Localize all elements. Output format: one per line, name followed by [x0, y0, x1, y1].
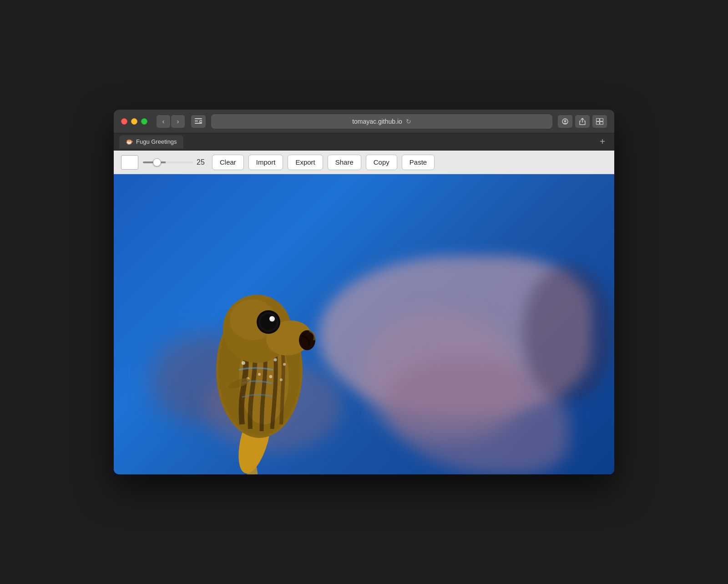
nav-buttons: ‹ ›	[157, 115, 185, 128]
fish-illustration	[168, 242, 341, 474]
svg-rect-5	[597, 118, 600, 121]
svg-point-25	[280, 378, 283, 381]
svg-point-32	[260, 314, 277, 330]
svg-rect-1	[195, 121, 198, 121]
color-swatch[interactable]	[121, 155, 138, 170]
brush-size-control: 25	[143, 158, 207, 166]
toolbar-right-buttons	[558, 115, 607, 128]
clear-button[interactable]: Clear	[212, 155, 244, 170]
svg-rect-3	[200, 121, 202, 122]
share-button[interactable]	[575, 115, 590, 128]
svg-rect-6	[600, 118, 603, 121]
export-button[interactable]: Export	[288, 155, 323, 170]
reload-button[interactable]: ↻	[406, 118, 411, 125]
maximize-button[interactable]	[141, 118, 147, 125]
brush-size-label: 25	[197, 158, 207, 166]
svg-point-34	[270, 317, 273, 319]
close-button[interactable]	[121, 118, 127, 125]
svg-point-24	[269, 375, 273, 378]
tab-bar: 🐡 Fugu Greetings +	[114, 133, 614, 151]
download-button[interactable]	[558, 115, 572, 128]
back-button[interactable]: ‹	[157, 115, 170, 128]
tab-overview-button[interactable]	[592, 115, 607, 128]
svg-point-21	[283, 363, 286, 366]
brush-size-slider[interactable]	[143, 161, 193, 163]
url-bar[interactable]: tomayac.github.io ↻	[211, 114, 552, 129]
coral-dark	[523, 265, 614, 402]
url-text: tomayac.github.io	[352, 118, 402, 125]
tab-favicon: 🐡	[126, 138, 133, 146]
svg-point-17	[242, 361, 245, 365]
sidebar-toggle-button[interactable]	[191, 115, 206, 128]
forward-button[interactable]: ›	[171, 115, 185, 128]
browser-window: ‹ › tomayac.github.io ↻	[114, 110, 614, 474]
title-bar: ‹ › tomayac.github.io ↻	[114, 110, 614, 133]
paste-button[interactable]: Paste	[402, 155, 435, 170]
app-toolbar: 25 Clear Import Export Share Copy Paste	[114, 151, 614, 174]
svg-point-23	[258, 373, 261, 376]
share-app-button[interactable]: Share	[328, 155, 361, 170]
svg-rect-8	[600, 121, 603, 124]
canvas-area[interactable]	[114, 174, 614, 474]
svg-rect-2	[195, 123, 202, 124]
new-tab-button[interactable]: +	[596, 136, 609, 148]
active-tab[interactable]: 🐡 Fugu Greetings	[119, 135, 183, 149]
fish-scene	[114, 174, 614, 474]
import-button[interactable]: Import	[248, 155, 283, 170]
tab-title: Fugu Greetings	[136, 138, 177, 145]
svg-rect-0	[195, 118, 202, 119]
svg-point-20	[274, 358, 277, 362]
traffic-lights	[121, 118, 147, 125]
minimize-button[interactable]	[131, 118, 137, 125]
svg-rect-7	[597, 121, 600, 124]
copy-button[interactable]: Copy	[366, 155, 397, 170]
